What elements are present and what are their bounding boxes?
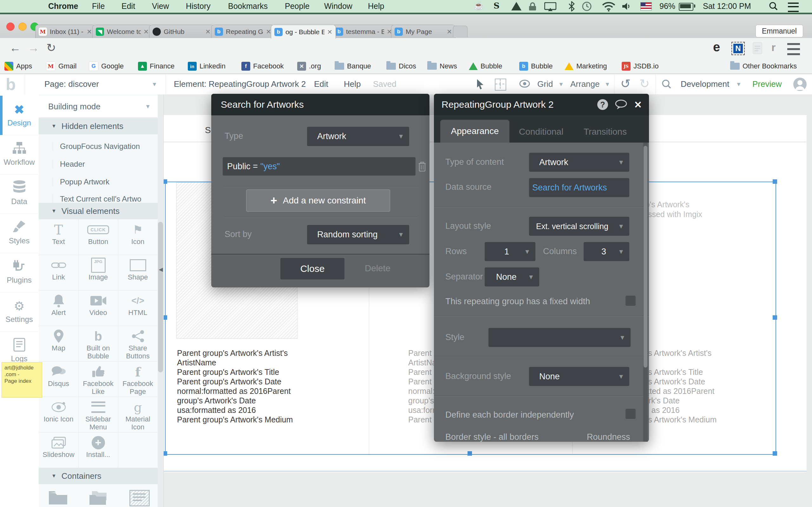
menu-edit[interactable]: Edit — [121, 2, 135, 11]
airplay-icon[interactable] — [544, 2, 556, 11]
selection-handle[interactable] — [163, 315, 167, 320]
fixed-width-checkbox[interactable] — [625, 296, 636, 306]
bookmark-google[interactable]: GGoogle — [89, 60, 124, 72]
undo-icon[interactable]: ↺ — [620, 77, 630, 91]
sidebar-item-plugins[interactable]: Plugins — [0, 253, 38, 292]
extension-r-icon[interactable]: r — [771, 41, 775, 54]
menu-bookmarks[interactable]: Bookmarks — [228, 2, 268, 11]
palette-facebook-like[interactable]: Facebook Like — [78, 361, 118, 397]
rows-dropdown[interactable]: 1▼ — [485, 242, 536, 261]
back-icon[interactable]: ← — [9, 41, 21, 55]
bookmark-linkedin[interactable]: inLinkedin — [188, 60, 225, 72]
close-tab-icon[interactable]: ✕ — [87, 28, 92, 36]
page-selector[interactable]: Page: discover — [44, 79, 99, 89]
background-style-dropdown[interactable]: None▼ — [529, 367, 629, 386]
margins-tool-icon[interactable] — [495, 78, 506, 91]
sidebar-item-settings[interactable]: ⚙ Settings — [0, 292, 38, 332]
tab-testemma[interactable]: b testemma - Bubble ✕ — [332, 25, 396, 38]
menu-chrome[interactable]: Chrome — [48, 2, 78, 11]
volume-icon[interactable] — [622, 2, 631, 11]
trash-icon[interactable] — [418, 161, 426, 172]
columns-dropdown[interactable]: 3▼ — [583, 242, 629, 261]
menu-view[interactable]: View — [152, 2, 169, 11]
status-s-icon[interactable]: S — [494, 1, 500, 10]
bookmark-bubble-drive[interactable]: Bubble — [469, 60, 502, 72]
cursor-tool-icon[interactable] — [476, 78, 485, 89]
forward-icon[interactable]: → — [28, 41, 39, 55]
tab-thefan[interactable]: ◥ Welcome to TheFan ✕ — [92, 25, 152, 38]
constraint-value[interactable]: "yes" — [260, 162, 280, 171]
extension-doc-icon[interactable] — [752, 42, 763, 55]
bookmark-finance[interactable]: ▲Finance — [138, 60, 174, 72]
preview-button[interactable]: Preview — [752, 79, 781, 89]
drive-icon[interactable] — [511, 2, 521, 10]
type-of-content-dropdown[interactable]: Artwork▼ — [529, 153, 629, 172]
bookmark-gmail[interactable]: MGmail — [46, 60, 77, 72]
palette-text[interactable]: TText — [39, 219, 79, 255]
bookmark-dicos[interactable]: Dicos — [386, 60, 416, 72]
tab-transitions[interactable]: Transitions — [583, 127, 627, 137]
tab-conditional[interactable]: Conditional — [519, 127, 563, 137]
help-icon[interactable]: ? — [597, 99, 608, 110]
hidden-item[interactable]: GroupFocus Navigation — [53, 142, 165, 151]
spotlight-icon[interactable] — [769, 2, 778, 10]
profile-button[interactable]: Emmanuel — [756, 25, 803, 38]
hidden-item[interactable]: Popup Artwork — [53, 177, 165, 186]
menu-file[interactable]: File — [92, 2, 105, 11]
close-tab-icon[interactable]: ✕ — [205, 28, 211, 36]
menu-help[interactable]: Help — [368, 2, 384, 11]
wifi-icon[interactable] — [602, 2, 615, 11]
palette-facebook-page[interactable]: fFacebook Page — [118, 361, 158, 397]
selection-handle[interactable] — [163, 451, 167, 456]
visual-elements-header[interactable]: ▼ Visual elements — [39, 203, 158, 219]
panel-scrollbar-thumb[interactable] — [158, 222, 163, 372]
bookmark-facebook[interactable]: fFacebook — [241, 60, 284, 72]
bookmark-jsdb[interactable]: JSJSDB.io — [622, 60, 658, 72]
hidden-elements-header[interactable]: ▼ Hidden elements — [39, 118, 158, 134]
bookmark-news[interactable]: News — [427, 60, 457, 72]
caffeine-icon[interactable]: ☕ — [474, 1, 484, 10]
selection-handle[interactable] — [467, 451, 472, 456]
menu-clock[interactable]: Sat 12:00 PM — [703, 2, 751, 11]
inspector-scrollbar-thumb[interactable] — [644, 146, 647, 368]
data-source-field[interactable]: Search for Artworks — [529, 178, 629, 197]
palette-disqus[interactable]: Disqus — [39, 361, 79, 397]
help-menu[interactable]: Help — [344, 79, 361, 89]
grid-menu[interactable]: Grid — [537, 79, 553, 89]
bookmark-apps[interactable]: Apps — [4, 60, 32, 72]
border-independent-checkbox[interactable] — [625, 409, 636, 419]
type-dropdown[interactable]: Artwork ▼ — [307, 127, 409, 146]
separator-dropdown[interactable]: None▼ — [485, 268, 539, 286]
containers-header[interactable]: ▼ Containers — [39, 468, 158, 484]
arrange-menu[interactable]: Arrange — [570, 79, 600, 89]
layout-style-dropdown[interactable]: Ext. vertical scrolling▼ — [529, 217, 629, 236]
search-icon[interactable] — [662, 79, 671, 89]
panel-collapse-icon[interactable]: ◀ — [158, 266, 164, 274]
palette-link[interactable]: Link — [39, 255, 79, 291]
menu-window[interactable]: Window — [324, 2, 352, 11]
bookmark-banque[interactable]: Banque — [335, 60, 371, 72]
palette-icon[interactable]: ⚑Icon — [118, 219, 158, 255]
bookmark-marketing[interactable]: Marketing — [565, 60, 607, 72]
close-tab-icon[interactable]: ✕ — [327, 28, 333, 36]
palette-slideshow[interactable]: Slideshow — [39, 432, 79, 468]
close-tab-icon[interactable]: ✕ — [266, 28, 271, 36]
repeating-group-folder-icon[interactable] — [89, 490, 108, 507]
palette-video[interactable]: Video — [78, 290, 118, 326]
inspector-header[interactable]: RepeatingGroup Artwork 2 ? ✕ — [434, 94, 649, 115]
close-icon[interactable]: ✕ — [634, 99, 642, 110]
bookmark-bubble[interactable]: bBubble — [519, 60, 553, 72]
sidebar-item-data[interactable]: Data — [0, 174, 38, 214]
chrome-menu-icon[interactable] — [787, 43, 800, 55]
palette-slidebar-menu[interactable]: Slidebar Menu — [78, 397, 118, 433]
palette-html[interactable]: </>HTML — [118, 290, 158, 326]
palette-shape[interactable]: Shape — [118, 255, 158, 291]
palette-alert[interactable]: Alert — [39, 290, 79, 326]
hidden-item[interactable]: Header — [53, 160, 165, 169]
new-tab-button[interactable] — [453, 26, 467, 38]
environment-selector[interactable]: Development — [681, 79, 729, 89]
close-window-button[interactable] — [6, 22, 14, 31]
tab-my-page[interactable]: b My Page ✕ — [391, 25, 455, 38]
building-mode-selector[interactable]: Building mode ▼ — [39, 96, 158, 118]
input-source-flag-icon[interactable] — [641, 2, 652, 10]
